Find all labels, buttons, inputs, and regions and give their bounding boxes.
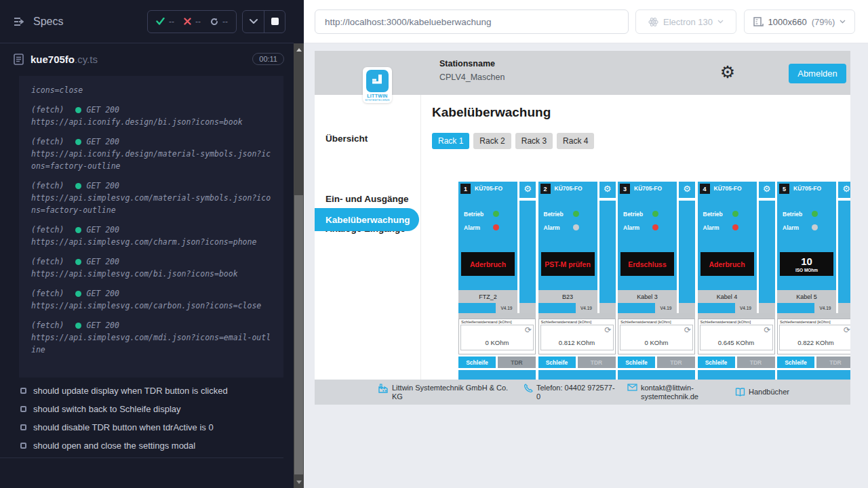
- test-list: should update display when TDR button is…: [0, 382, 283, 458]
- tab-rack-4[interactable]: Rack 4: [557, 133, 594, 149]
- measurement-value: 0.822 KOhm: [780, 339, 850, 346]
- log-url-partial: icons=close: [31, 84, 273, 96]
- refresh-icon[interactable]: ⟳: [604, 325, 611, 335]
- schleife-button[interactable]: Schleife: [538, 357, 576, 368]
- card-settings-icon[interactable]: ⚙: [679, 182, 695, 196]
- tdr-button[interactable]: TDR: [498, 357, 536, 368]
- status-dot: [75, 291, 81, 297]
- card-settings-icon[interactable]: ⚙: [519, 182, 536, 196]
- log-entry: (fetch)GET 200 https://api.iconify.desig…: [31, 136, 273, 172]
- stat-passed-count: --: [169, 17, 174, 26]
- betrieb-led: [652, 211, 658, 217]
- test-item[interactable]: should disable TDR button when tdrActive…: [0, 418, 283, 436]
- tab-rack-2[interactable]: Rack 2: [473, 133, 511, 149]
- specs-title-label: Specs: [33, 16, 63, 28]
- test-item[interactable]: should update display when TDR button is…: [0, 382, 283, 400]
- spec-file-row[interactable]: kue705fo.cy.ts 00:11: [0, 43, 294, 75]
- failed-x-icon: [184, 18, 191, 25]
- station-name: CPLV4_Maschen: [439, 73, 505, 82]
- stop-button[interactable]: [264, 11, 285, 33]
- status-dot: [75, 139, 81, 145]
- cable-name: FTZ_2: [458, 290, 517, 303]
- status-dot: [75, 323, 81, 329]
- test-item[interactable]: should open and close the settings modal: [0, 436, 283, 455]
- schleife-button[interactable]: Schleife: [458, 357, 496, 368]
- card-section: [458, 370, 536, 380]
- specs-menu-icon[interactable]: [14, 17, 26, 26]
- app-footer: Littwin Systemtechnik GmbH & Co. KG Tele…: [315, 380, 850, 405]
- refresh-icon[interactable]: ⟳: [764, 325, 770, 335]
- tdr-button[interactable]: TDR: [737, 357, 775, 368]
- scroll-down-icon[interactable]: [294, 477, 304, 487]
- status-display: PST-M prüfen: [541, 252, 595, 276]
- settings-gear-icon[interactable]: ⚙: [717, 62, 738, 83]
- betrieb-led: [732, 211, 738, 217]
- runner-header: Specs -- -- --: [0, 0, 294, 43]
- card-settings-icon[interactable]: ⚙: [759, 182, 775, 196]
- divider: [759, 198, 775, 201]
- nav-item-ein-und-ausgaenge[interactable]: Ein- und Ausgänge: [326, 194, 409, 204]
- command-log: icons=close (fetch)GET 200 https://api.i…: [19, 76, 283, 378]
- tdr-button[interactable]: TDR: [578, 357, 616, 368]
- log-entry: icons=close: [31, 84, 273, 96]
- divider: [679, 303, 695, 313]
- refresh-icon[interactable]: ⟳: [844, 325, 850, 335]
- runner-scrollbar: [294, 0, 304, 488]
- card-settings-icon[interactable]: ⚙: [599, 182, 616, 196]
- littwin-logo: LITTWIN SYSTEMTECHNIK: [363, 67, 392, 103]
- card-settings-icon[interactable]: ⚙: [838, 182, 850, 196]
- footer-email[interactable]: kontakt@littwin-systemtechnik.de: [627, 384, 715, 401]
- stat-pending[interactable]: --: [210, 17, 228, 26]
- device-card-5: 5KÜ705-FO Betrieb Alarm 10 ISO MOhm Kabe…: [777, 182, 850, 380]
- nav-item-kabelueberwachung-active[interactable]: Kabelüberwachung: [315, 208, 419, 231]
- viewport-select[interactable]: 1000x660 (79%): [744, 9, 855, 34]
- alarm-led: [812, 224, 818, 230]
- measurement-value: 0 KOhm: [620, 339, 692, 346]
- browser-topbar: Electron 130 1000x660 (79%): [304, 0, 868, 43]
- scroll-up-icon[interactable]: [294, 45, 304, 54]
- specs-title[interactable]: Specs: [14, 16, 63, 28]
- status-display: 10 ISO MOhm: [780, 252, 833, 276]
- device-cards: 1KÜ705-FO Betrieb Alarm Aderbruch FTZ_2: [458, 182, 850, 380]
- slot-number: 2: [540, 184, 551, 194]
- spec-file-icon: [14, 54, 24, 65]
- stat-pending-count: --: [222, 17, 228, 26]
- viewport-zoom-label: (79%): [812, 17, 835, 27]
- browser-pane: Electron 130 1000x660 (79%) Stationsname…: [304, 0, 868, 488]
- measurement-box: Schleifenwiderstand [kOhm] ⟳ 0.822 KOhm: [777, 319, 850, 354]
- cable-name: Kabel 3: [618, 290, 677, 303]
- stat-passed[interactable]: --: [156, 17, 174, 26]
- schleife-button[interactable]: Schleife: [698, 357, 735, 368]
- slot-number: 3: [620, 184, 630, 194]
- spec-file-ext: .cy.ts: [75, 54, 98, 65]
- schleife-button[interactable]: Schleife: [777, 357, 814, 368]
- schleife-button[interactable]: Schleife: [618, 357, 655, 368]
- alarm-led: [732, 224, 738, 230]
- refresh-icon[interactable]: ⟳: [684, 325, 691, 335]
- app-sidebar: Übersicht Ein- und Ausgänge Analoge Eing…: [315, 95, 421, 380]
- tab-rack-1[interactable]: Rack 1: [432, 133, 469, 149]
- scrollbar-thumb[interactable]: [294, 195, 303, 474]
- divider: [698, 313, 775, 319]
- collapse-chevron-icon[interactable]: [243, 11, 264, 33]
- divider: [519, 303, 536, 313]
- littwin-logo-mark: [366, 70, 389, 92]
- tab-rack-3[interactable]: Rack 3: [515, 133, 553, 149]
- test-item[interactable]: should switch back to Schleife display: [0, 400, 283, 418]
- browser-select[interactable]: Electron 130: [635, 9, 736, 34]
- card-section: [777, 370, 850, 380]
- book-icon: [735, 388, 745, 396]
- device-model: KÜ705-FO: [793, 185, 821, 192]
- refresh-icon[interactable]: ⟳: [525, 325, 532, 335]
- status-dot: [75, 227, 81, 233]
- footer-manuals-link[interactable]: Handbücher: [735, 388, 789, 396]
- status-dot: [75, 183, 81, 189]
- url-input[interactable]: [315, 9, 629, 34]
- logout-button[interactable]: Abmelden: [789, 64, 846, 83]
- browser-select-label: Electron 130: [663, 17, 713, 27]
- tdr-button[interactable]: TDR: [816, 357, 850, 368]
- nav-item-uebersicht[interactable]: Übersicht: [326, 134, 368, 144]
- tdr-button[interactable]: TDR: [657, 357, 695, 368]
- firmware-version: V4.19: [496, 303, 517, 313]
- stat-failed[interactable]: --: [184, 17, 201, 26]
